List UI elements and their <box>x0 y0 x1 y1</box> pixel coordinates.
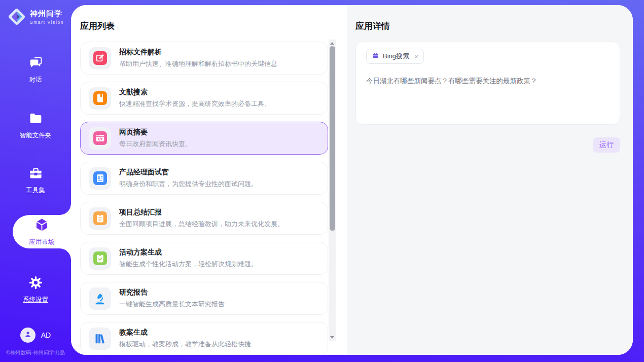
app-name: 研究报告 <box>119 288 225 297</box>
gear-icon <box>28 275 43 292</box>
folder-icon <box>28 111 43 128</box>
sidebar-item-label: 应用市场 <box>29 238 55 246</box>
app-list-item[interactable]: 文献搜索 快速精准查找学术资源，提高研究效率的必备工具。 <box>80 82 328 115</box>
app-icon-box <box>89 247 111 270</box>
app-description: 全面回顾项目进展，总结经验教训，助力未来优化发展。 <box>119 220 284 229</box>
app-icon-box <box>89 207 111 230</box>
query-text[interactable]: 今日湖北有哪些新闻要点？有哪些需要关注的最新政策？ <box>366 76 610 86</box>
app-description: 智能生成个性化活动方案，轻松解决规划难题。 <box>119 260 258 269</box>
app-icon-box <box>89 127 111 150</box>
sidebar-item[interactable]: 智能文件夹 <box>0 111 71 140</box>
user-account[interactable]: AD <box>0 328 71 343</box>
app-description: 帮助用户快速、准确地理解和解析招标书中的关键信息 <box>119 59 277 68</box>
microscope-icon <box>92 291 108 307</box>
edit-doc-icon <box>93 51 107 65</box>
app-description: 模板驱动，教案秒成，教学准备从此轻松快捷 <box>119 340 251 349</box>
diamond-logo-icon <box>7 7 26 26</box>
sidebar-item[interactable]: 对话 <box>0 55 71 84</box>
tool-tag[interactable]: Bing搜索 × <box>366 49 424 64</box>
chat-icon <box>28 55 43 72</box>
brand-subtitle: Smart Vision <box>30 20 64 25</box>
brand-title: 神州问学 <box>30 9 64 19</box>
book-icon <box>93 91 107 105</box>
brand-logo: 神州问学 Smart Vision <box>0 7 71 26</box>
app-icon-box <box>89 87 111 110</box>
run-button[interactable]: 运行 <box>593 137 620 153</box>
avatar <box>20 328 35 343</box>
main-content: 应用列表 招标文件解析 帮助用户快速、准确地理解和解析招标书中的关键信息 文献搜 <box>71 5 633 355</box>
app-name: 教案生成 <box>119 328 251 337</box>
app-name: 活动方案生成 <box>119 248 258 257</box>
sidebar-item[interactable]: 应用市场 <box>13 215 71 248</box>
app-name: 产品经理面试官 <box>119 168 258 177</box>
sidebar: 神州问学 Smart Vision 对话 智能文件夹 工具集 应用市场 系统设置 <box>0 0 71 362</box>
app-name: 网页摘要 <box>119 128 192 137</box>
scrollbar-thumb[interactable] <box>330 46 335 231</box>
sidebar-item[interactable]: 系统设置 <box>0 275 71 304</box>
browser-code-icon <box>93 131 107 145</box>
books-icon <box>92 331 108 347</box>
app-description: 一键智能生成高质量长文本研究报告 <box>119 300 225 309</box>
app-detail-title: 应用详情 <box>355 20 390 32</box>
app-name: 文献搜索 <box>119 88 271 97</box>
clipboard-check-icon <box>93 251 107 265</box>
sidebar-item-label: 系统设置 <box>23 296 48 304</box>
scrollbar[interactable] <box>329 40 336 341</box>
app-list-item[interactable]: 研究报告 一键智能生成高质量长文本研究报告 <box>80 282 328 315</box>
app-icon-box <box>89 167 111 190</box>
app-list: 招标文件解析 帮助用户快速、准确地理解和解析招标书中的关键信息 文献搜索 快速精… <box>80 42 328 355</box>
interview-doc-icon <box>93 171 107 185</box>
prompt-card[interactable]: Bing搜索 × 今日湖北有哪些新闻要点？有哪些需要关注的最新政策？ <box>355 42 620 125</box>
app-description: 快速精准查找学术资源，提高研究效率的必备工具。 <box>119 99 271 108</box>
sidebar-item-label: 智能文件夹 <box>20 131 52 140</box>
app-icon-box <box>89 287 111 310</box>
app-list-item[interactable]: 项目总结汇报 全面回顾项目进展，总结经验教训，助力未来优化发展。 <box>80 202 328 235</box>
clipboard-icon <box>93 211 107 225</box>
copyright-footer: ©神州数码·神州问学出品 <box>0 349 71 356</box>
app-description: 明确身份和职责，为您提供专业性的面试问题。 <box>119 179 258 189</box>
cube-icon <box>34 218 49 234</box>
tool-tag-label: Bing搜索 <box>383 52 409 61</box>
sidebar-item-label: 工具集 <box>26 186 45 195</box>
user-name: AD <box>41 331 51 339</box>
app-list-title: 应用列表 <box>80 20 115 32</box>
app-detail-panel: 应用详情 Bing搜索 × 今日湖北有哪些新闻要点？有哪些需要关注的最新政策？ … <box>347 5 633 355</box>
app-list-item[interactable]: 活动方案生成 智能生成个性化活动方案，轻松解决规划难题。 <box>80 242 328 275</box>
app-description: 每日政府新闻资讯快查。 <box>119 139 192 149</box>
sidebar-item[interactable]: 工具集 <box>0 165 71 195</box>
app-icon-box <box>89 328 111 350</box>
app-name: 招标文件解析 <box>119 48 277 57</box>
app-list-item[interactable]: 教案生成 模板驱动，教案秒成，教学准备从此轻松快捷 <box>80 322 328 355</box>
app-list-item[interactable]: 产品经理面试官 明确身份和职责，为您提供专业性的面试问题。 <box>80 162 328 195</box>
app-name: 项目总结汇报 <box>119 208 284 217</box>
app-list-item[interactable]: 网页摘要 每日政府新闻资讯快查。 <box>80 122 328 155</box>
app-list-panel: 应用列表 招标文件解析 帮助用户快速、准确地理解和解析招标书中的关键信息 文献搜 <box>71 5 347 355</box>
close-icon[interactable]: × <box>414 53 418 60</box>
briefcase-icon <box>372 52 379 61</box>
toolbox-icon <box>28 166 43 183</box>
app-list-item[interactable]: 招标文件解析 帮助用户快速、准确地理解和解析招标书中的关键信息 <box>80 42 328 75</box>
app-icon-box <box>89 47 111 69</box>
person-icon <box>23 330 32 341</box>
sidebar-item-label: 对话 <box>29 76 42 84</box>
